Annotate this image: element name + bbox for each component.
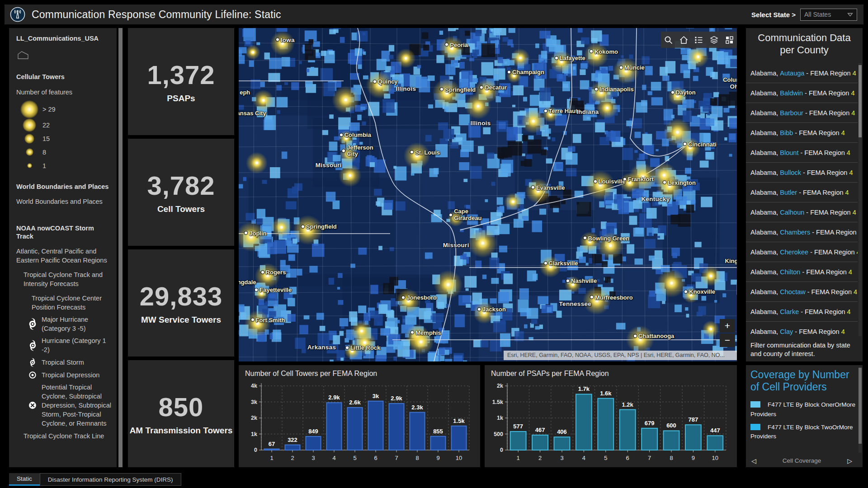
map-label: Jonesboro xyxy=(402,294,436,301)
map-label: Tennessee xyxy=(559,300,592,307)
x-tick-label: 6 xyxy=(626,455,629,461)
map-label: Illinois xyxy=(470,120,491,127)
tropical-storm-icon xyxy=(24,357,42,367)
size-class-label: 22 xyxy=(42,121,50,130)
bar xyxy=(410,413,425,450)
county-row[interactable]: Alabama, Cherokee - FEMA Region 4 xyxy=(746,242,858,262)
coverage-legend: F477 LTE By Block OnerOrMore ProvidersF4… xyxy=(746,393,863,441)
size-class-row: > 29 xyxy=(16,100,112,118)
bar-value-label: 467 xyxy=(535,427,545,433)
x-tick-label: 3 xyxy=(311,455,315,461)
city-dot xyxy=(251,319,254,321)
layer-title: Cellular Towers xyxy=(16,73,112,81)
legend-scrollbar[interactable] xyxy=(118,28,123,467)
county-name: Cherokee xyxy=(780,249,808,256)
svg-text:2k: 2k xyxy=(497,383,503,389)
fema-region-number: 4 xyxy=(854,288,857,296)
bar-value-label: 1.2k xyxy=(622,401,634,408)
county-row[interactable]: Alabama, Butler - FEMA Region 4 xyxy=(746,183,858,202)
city-dot xyxy=(555,56,558,59)
bar xyxy=(389,404,404,450)
county-name: Baldwin xyxy=(780,89,803,97)
size-class-row: 8 xyxy=(16,145,112,159)
county-row[interactable]: Alabama, Bibb - FEMA Region 4 xyxy=(746,123,858,143)
map-label: eph xyxy=(240,89,250,95)
zoom-out-button[interactable]: − xyxy=(720,333,735,347)
basemap-icon[interactable] xyxy=(723,34,735,46)
legend-item: World Boundaries and Places xyxy=(16,197,112,206)
fema-region-number: 4 xyxy=(851,109,855,117)
map-label: Terre Haute xyxy=(544,108,581,114)
county-row[interactable]: Alabama, Blount - FEMA Region 4 xyxy=(746,143,858,163)
map-label: Cape Girardeau xyxy=(449,208,490,221)
county-row[interactable]: Alabama, Chambers - FEMA Region 4 xyxy=(746,222,858,242)
fema-region-number: 4 xyxy=(845,189,849,196)
bar-value-label: 2.9k xyxy=(328,394,340,401)
legend-item: Tropical Cyclone Track and Intensity For… xyxy=(16,270,112,288)
bar-value-label: 447 xyxy=(710,427,720,434)
county-list[interactable]: Alabama, Autauga - FEMA Region 4Alabama,… xyxy=(746,63,858,336)
pager-next-icon[interactable]: ▷ xyxy=(842,457,858,465)
county-row[interactable]: Alabama, Autauga - FEMA Region 4 xyxy=(746,63,858,83)
legend-item: Tropical Cyclone Track Line xyxy=(16,432,112,441)
map-label: ngdale xyxy=(239,279,256,286)
scrollbar-thumb[interactable] xyxy=(118,28,123,467)
map-label: Knoxville xyxy=(684,288,715,295)
county-name: Bullock xyxy=(780,169,801,176)
tab-dirs[interactable]: Disaster Information Reporting System (D… xyxy=(40,473,181,486)
county-name: Bibb xyxy=(780,129,793,136)
fema-region-number: 4 xyxy=(851,89,854,97)
bar-value-label: 679 xyxy=(645,420,655,427)
bar xyxy=(368,401,383,450)
county-row[interactable]: Alabama, Baldwin - FEMA Region 4 xyxy=(746,83,858,103)
map-label: Jefferson City xyxy=(342,144,380,157)
city-dot xyxy=(544,262,547,264)
search-icon[interactable] xyxy=(663,34,675,46)
legend-item: Tropical Cyclone Center Position Forecas… xyxy=(16,294,112,312)
map-label: Lafayette xyxy=(555,55,585,61)
map-label: Springfield xyxy=(440,86,476,93)
city-dot xyxy=(508,70,510,73)
cell-towers-bar-chart: 01k2k3k4k671322284932.9k42.6k53k62.9k72.… xyxy=(241,378,476,465)
county-row[interactable]: Alabama, Barbour - FEMA Region 4 xyxy=(746,103,858,123)
size-class-row: 1 xyxy=(16,159,112,173)
county-row[interactable]: Alabama, Choctaw - FEMA Region 4 xyxy=(746,282,858,302)
city-dot xyxy=(373,80,376,83)
coverage-legend-item: F477 LTE By Block TwoOrMore Providers xyxy=(750,423,857,441)
storm-legend-row: Major Hurricane (Category 3 -5) xyxy=(16,315,112,333)
home-icon[interactable] xyxy=(678,34,689,46)
legend-group-title: LL_Communications_USA xyxy=(16,34,112,43)
zoom-in-button[interactable]: + xyxy=(720,319,735,333)
map[interactable]: IowaPeoriaKokomoLafayetteMuncieChampaign… xyxy=(239,28,737,361)
county-row[interactable]: Alabama, Bullock - FEMA Region 4 xyxy=(746,163,858,183)
scrollbar-thumb[interactable] xyxy=(859,65,862,137)
tropical-depression-icon xyxy=(24,371,42,380)
map-label: Kentucky xyxy=(641,195,670,202)
map-zoom-controls: + − xyxy=(720,319,735,348)
fema-region-number: 4 xyxy=(847,149,850,156)
chart-title: Number of PSAPs per FEMA Region xyxy=(485,365,737,378)
map-label: Quincy xyxy=(373,78,398,85)
county-row[interactable]: Alabama, Clarke - FEMA Region 4 xyxy=(746,302,858,322)
x-tick-label: 2 xyxy=(291,455,294,461)
county-row[interactable]: Alabama, Chilton - FEMA Region 4 xyxy=(746,262,858,282)
layers-icon[interactable] xyxy=(708,34,720,46)
scrollbar-thumb[interactable] xyxy=(859,368,862,444)
city-dot xyxy=(340,133,343,136)
state-select-area: Select State > All States xyxy=(751,9,857,21)
legend-icon[interactable] xyxy=(693,34,705,46)
tab-static[interactable]: Static xyxy=(9,473,40,486)
county-row[interactable]: Alabama, Calhoun - FEMA Region 4 xyxy=(746,202,858,222)
bar xyxy=(664,431,679,450)
county-row[interactable]: Alabama, Clay - FEMA Region 4 xyxy=(746,322,858,336)
storm-legend-row: Potential Tropical Cyclone, Subtropical … xyxy=(16,383,112,428)
bar-value-label: 1.7k xyxy=(578,385,590,392)
pager-previous-icon[interactable]: ◁ xyxy=(746,457,762,465)
coverage-swatch xyxy=(750,401,760,408)
x-tick-label: 10 xyxy=(456,455,462,461)
stat-card: 3,782Cell Towers xyxy=(128,139,234,246)
map-label: Indianapolis xyxy=(595,86,634,93)
state-dropdown[interactable]: All States xyxy=(800,9,857,21)
hurricane-icon xyxy=(24,339,42,352)
city-dot xyxy=(544,109,547,112)
